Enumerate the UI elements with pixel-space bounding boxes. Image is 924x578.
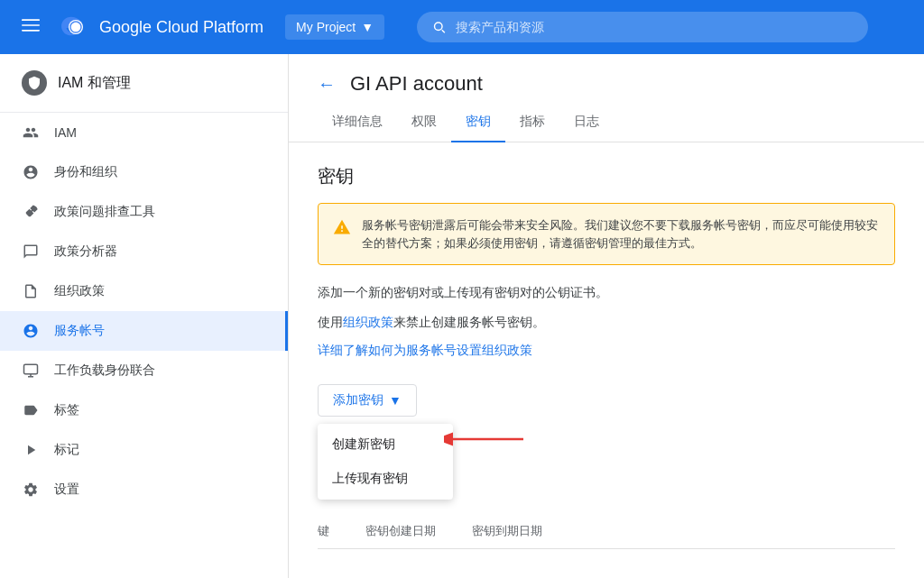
sidebar-item-workload-identity[interactable]: 工作负载身份联合 bbox=[0, 351, 288, 390]
sidebar-item-service-account[interactable]: 服务帐号 bbox=[0, 311, 288, 351]
sidebar-item-label: 身份和组织 bbox=[54, 164, 117, 180]
sidebar-item-iam[interactable]: IAM bbox=[0, 113, 288, 152]
tab-keys[interactable]: 密钥 bbox=[451, 103, 505, 142]
sidebar-item-label: 政策问题排查工具 bbox=[54, 204, 155, 220]
iam-header-icon bbox=[22, 70, 47, 96]
sidebar-item-label: 工作负载身份联合 bbox=[54, 362, 155, 379]
desc-mid: 来禁止创建服务帐号密钥。 bbox=[393, 315, 545, 329]
tags-icon bbox=[22, 441, 40, 459]
sidebar-item-label: 标签 bbox=[54, 402, 79, 418]
label-icon bbox=[22, 401, 40, 419]
svg-rect-4 bbox=[24, 364, 38, 374]
add-key-dropdown-menu: 创建新密钥 上传现有密钥 bbox=[318, 424, 453, 500]
tab-details[interactable]: 详细信息 bbox=[318, 103, 397, 142]
col-key: 键 bbox=[318, 523, 365, 539]
sidebar-item-identity[interactable]: 身份和组织 bbox=[0, 152, 288, 192]
red-arrow-annotation bbox=[444, 426, 525, 453]
sidebar-item-label: 设置 bbox=[54, 482, 79, 498]
sidebar: IAM 和管理 IAM 身份和组织 政策问题排查工具 政策分析器 bbox=[0, 54, 289, 578]
iam-icon bbox=[22, 124, 40, 142]
col-expiry-date: 密钥到期日期 bbox=[472, 523, 578, 539]
dropdown-arrow-icon: ▼ bbox=[389, 393, 402, 408]
sidebar-item-label: 政策分析器 bbox=[54, 243, 117, 260]
add-key-dropdown-wrapper: 添加密钥 ▼ 创建新密钥 bbox=[318, 373, 453, 500]
identity-icon bbox=[22, 163, 40, 181]
logo: Google Cloud Platform bbox=[61, 13, 263, 41]
page-header: ← GI API account bbox=[289, 54, 924, 96]
tab-metrics[interactable]: 指标 bbox=[505, 103, 559, 142]
svg-rect-1 bbox=[22, 24, 40, 26]
project-dropdown-icon: ▼ bbox=[361, 20, 374, 34]
back-button[interactable]: ← bbox=[318, 74, 336, 95]
org-policy-link[interactable]: 组织政策 bbox=[343, 315, 393, 329]
warning-text: 服务帐号密钥泄露后可能会带来安全风险。我们建议您不要下载服务帐号密钥，而应尽可能… bbox=[362, 216, 880, 252]
description-org-policy: 使用组织政策来禁止创建服务帐号密钥。 bbox=[318, 313, 895, 332]
upload-key-label: 上传现有密钥 bbox=[332, 471, 408, 485]
logo-text: Google Cloud Platform bbox=[99, 18, 263, 37]
main-layout: IAM 和管理 IAM 身份和组织 政策问题排查工具 政策分析器 bbox=[0, 54, 924, 578]
sidebar-item-label: IAM bbox=[54, 125, 77, 140]
sidebar-item-settings[interactable]: 设置 bbox=[0, 470, 288, 509]
sidebar-item-labels[interactable]: 标签 bbox=[0, 390, 288, 430]
main-content: ← GI API account 详细信息 权限 密钥 指标 日志 密钥 服务帐… bbox=[289, 54, 924, 578]
add-key-button[interactable]: 添加密钥 ▼ bbox=[318, 384, 417, 417]
create-key-label: 创建新密钥 bbox=[332, 436, 395, 451]
sidebar-header-text: IAM 和管理 bbox=[58, 74, 131, 93]
org-policy-icon bbox=[22, 282, 40, 300]
svg-rect-0 bbox=[22, 19, 40, 21]
sidebar-item-label: 服务帐号 bbox=[54, 323, 105, 339]
top-navigation: Google Cloud Platform My Project ▼ bbox=[0, 0, 924, 54]
workload-icon bbox=[22, 362, 40, 380]
page-title: GI API account bbox=[350, 72, 483, 96]
search-icon bbox=[431, 19, 447, 35]
sidebar-item-policy-troubleshoot[interactable]: 政策问题排查工具 bbox=[0, 192, 288, 232]
desc-pre: 使用 bbox=[318, 315, 343, 329]
search-bar[interactable] bbox=[417, 12, 868, 42]
settings-icon bbox=[22, 481, 40, 499]
description-add-key: 添加一个新的密钥对或上传现有密钥对的公钥证书。 bbox=[318, 283, 895, 302]
google-cloud-icon bbox=[61, 13, 90, 41]
svg-rect-2 bbox=[22, 30, 40, 32]
tabs-bar: 详细信息 权限 密钥 指标 日志 bbox=[289, 103, 924, 142]
menu-icon[interactable] bbox=[14, 9, 47, 46]
sidebar-item-tags[interactable]: 标记 bbox=[0, 430, 288, 470]
sidebar-header: IAM 和管理 bbox=[0, 54, 288, 113]
service-account-icon bbox=[22, 322, 40, 340]
analyzer-icon bbox=[22, 243, 40, 261]
section-title: 密钥 bbox=[318, 164, 895, 188]
col-created-date: 密钥创建日期 bbox=[365, 523, 472, 539]
tab-logs[interactable]: 日志 bbox=[559, 103, 614, 142]
sidebar-item-label: 标记 bbox=[54, 442, 79, 458]
upload-existing-key-option[interactable]: 上传现有密钥 bbox=[318, 462, 453, 496]
sidebar-item-policy-analyzer[interactable]: 政策分析器 bbox=[0, 232, 288, 271]
warning-icon bbox=[333, 218, 351, 236]
sidebar-item-label: 组织政策 bbox=[54, 283, 105, 299]
project-name: My Project bbox=[296, 20, 356, 34]
project-selector[interactable]: My Project ▼ bbox=[285, 14, 384, 40]
search-input[interactable] bbox=[456, 20, 854, 34]
sidebar-item-org-policy[interactable]: 组织政策 bbox=[0, 271, 288, 311]
tab-permissions[interactable]: 权限 bbox=[397, 103, 451, 142]
table-header: 键 密钥创建日期 密钥到期日期 bbox=[318, 514, 895, 549]
content-area: 密钥 服务帐号密钥泄露后可能会带来安全风险。我们建议您不要下载服务帐号密钥，而应… bbox=[289, 142, 924, 571]
create-new-key-option[interactable]: 创建新密钥 bbox=[318, 427, 453, 462]
warning-box: 服务帐号密钥泄露后可能会带来安全风险。我们建议您不要下载服务帐号密钥，而应尽可能… bbox=[318, 203, 895, 265]
add-key-label: 添加密钥 bbox=[333, 392, 383, 408]
learn-more-link[interactable]: 详细了解如何为服务帐号设置组织政策 bbox=[318, 343, 895, 359]
wrench-icon bbox=[22, 203, 40, 221]
